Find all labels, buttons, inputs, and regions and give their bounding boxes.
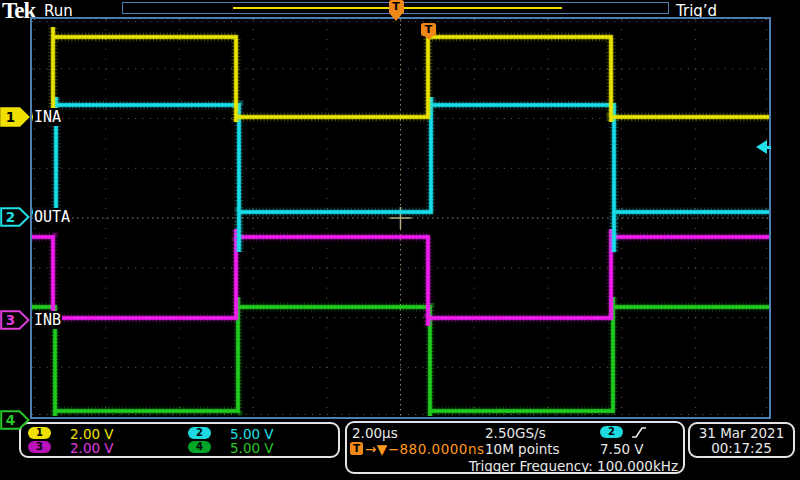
ch3-ground-marker[interactable]: 3 bbox=[0, 310, 30, 330]
svg-text:4: 4 bbox=[6, 412, 15, 428]
sample-rate: 2.50GS/s bbox=[485, 425, 546, 441]
svg-text:1: 1 bbox=[6, 109, 15, 125]
ch3-scale: 2.00 V bbox=[70, 440, 114, 456]
trigger-position-readout: →▼−880.0000ns bbox=[365, 441, 485, 457]
ch3-label: INB bbox=[33, 311, 62, 329]
trigger-source-badge[interactable]: 2 bbox=[600, 426, 623, 438]
trigger-position-marker[interactable]: T bbox=[388, 0, 404, 21]
trigger-position-t-icon[interactable]: T bbox=[389, 0, 404, 14]
ch2-badge[interactable]: 2 bbox=[188, 427, 211, 439]
trigger-level-readout: 7.50 V bbox=[600, 441, 644, 457]
svg-text:2: 2 bbox=[6, 209, 15, 225]
ch3-badge[interactable]: 3 bbox=[28, 441, 51, 453]
time: 00:17:25 bbox=[690, 441, 793, 456]
ch1-badge[interactable]: 1 bbox=[28, 427, 51, 439]
ch1-label: INA bbox=[33, 108, 62, 126]
oscilloscope-screen: Tek Run T Trig’d T 1INA 2OUTA 3INB 4 1 2… bbox=[0, 0, 800, 480]
ch1-ground-marker[interactable]: 1 bbox=[0, 107, 30, 127]
horizontal-scale: 2.00µs bbox=[352, 425, 398, 441]
channel-scale-readout[interactable]: 1 2.00 V 2 5.00 V 3 2.00 V 4 5.00 V bbox=[19, 422, 340, 458]
svg-text:3: 3 bbox=[6, 312, 15, 328]
trigger-point-flag[interactable]: T bbox=[421, 23, 436, 40]
trigger-level-arrow-icon bbox=[756, 140, 767, 154]
horizontal-trigger-readout[interactable]: 2.00µs 2.50GS/s 2 T →▼−880.0000ns 10M po… bbox=[345, 421, 685, 474]
ch2-label: OUTA bbox=[33, 208, 71, 226]
graticule-grid bbox=[32, 19, 769, 417]
trigger-level-arrow-tail bbox=[767, 146, 771, 149]
trigger-position-arrow-icon bbox=[390, 14, 402, 21]
trigger-flag-t-icon[interactable]: T bbox=[421, 23, 436, 36]
trigger-flag-point bbox=[425, 36, 433, 40]
trigger-slope-icon bbox=[631, 425, 647, 439]
datetime-readout[interactable]: 31 Mar 2021 00:17:25 bbox=[688, 422, 795, 458]
trigger-level-arrow[interactable] bbox=[756, 140, 771, 154]
trigger-delay-t-icon: T bbox=[350, 442, 363, 455]
trigger-frequency: Trigger Frequency: 100.000kHz bbox=[469, 458, 678, 474]
ch4-scale: 5.00 V bbox=[230, 440, 274, 456]
record-length: 10M points bbox=[485, 441, 560, 457]
ch4-ground-marker[interactable]: 4 bbox=[0, 410, 30, 430]
waveform-display bbox=[0, 0, 800, 480]
ch2-ground-marker[interactable]: 2 bbox=[0, 207, 30, 227]
date: 31 Mar 2021 bbox=[690, 426, 793, 441]
ch4-badge[interactable]: 4 bbox=[188, 441, 211, 453]
